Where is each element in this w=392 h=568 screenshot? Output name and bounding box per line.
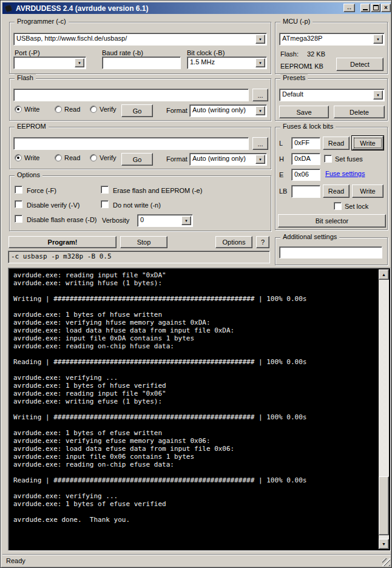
- stop-button[interactable]: Stop: [120, 236, 167, 248]
- scroll-down-icon[interactable]: ▼: [379, 539, 389, 549]
- eeprom-browse-button[interactable]: ...: [252, 137, 268, 150]
- resize-grip-icon[interactable]: [382, 558, 390, 566]
- additional-settings-legend: Additional settings: [280, 233, 339, 240]
- flash-verify-label: Verify: [100, 106, 117, 113]
- set-fuses-checkbox[interactable]: [324, 155, 332, 163]
- flash-group: Flash ... Write Read Verify Go Format Au…: [9, 78, 271, 121]
- preset-select[interactable]: Default ▼: [279, 89, 385, 101]
- flash-write-radio[interactable]: Write: [15, 106, 39, 113]
- help-button[interactable]: ?: [256, 236, 269, 248]
- detect-button[interactable]: Detect: [336, 58, 384, 71]
- read-fuses-button[interactable]: Read: [323, 137, 350, 150]
- chevron-down-icon[interactable]: ▼: [255, 106, 265, 115]
- fuse-e-label: E: [279, 171, 283, 178]
- presets-legend: Presets: [280, 74, 308, 81]
- maximize-button[interactable]: [371, 4, 380, 12]
- options-button[interactable]: Options: [215, 236, 252, 248]
- fuse-e-input[interactable]: 0x06: [291, 169, 320, 181]
- scroll-up-icon[interactable]: ▲: [379, 269, 389, 280]
- flash-format-select[interactable]: Auto (writing only) ▼: [189, 104, 267, 117]
- disable-flash-erase-checkbox[interactable]: [15, 215, 22, 223]
- lockbits-label: LB: [279, 188, 287, 195]
- chevron-down-icon[interactable]: ▼: [373, 35, 383, 44]
- flash-format-label: Format: [166, 107, 188, 114]
- port-label: Port (-P): [15, 49, 40, 56]
- additional-settings-group: Additional settings: [275, 237, 388, 265]
- status-text: Ready: [6, 557, 25, 564]
- programmer-selected: USBasp, http://www.fischl.de/usbasp/: [16, 35, 127, 42]
- disable-flash-erase-label: Disable flash erase (-D): [27, 216, 97, 223]
- flash-go-button[interactable]: Go: [121, 104, 153, 117]
- eeprom-write-radio[interactable]: Write: [15, 154, 39, 161]
- presets-group: Presets Default ▼ Save Delete: [275, 78, 388, 121]
- bitclock-select[interactable]: 1.5 MHz ▼: [187, 56, 267, 69]
- flash-legend: Flash: [15, 74, 36, 81]
- set-lock-checkbox[interactable]: [334, 202, 342, 210]
- console-scrollbar[interactable]: ▲ ▼: [379, 269, 389, 549]
- radio-selected-icon: [15, 106, 22, 113]
- set-fuses-label: Set fuses: [335, 155, 363, 163]
- mcu-flash-value: 32 KB: [307, 50, 325, 58]
- chevron-down-icon[interactable]: ▼: [255, 58, 265, 67]
- programmer-legend: Programmer (-c): [15, 18, 69, 25]
- save-preset-button[interactable]: Save: [279, 106, 329, 118]
- app-window: AVRDUDESS 2.4 (avrdude version 6.1) ↔ × …: [0, 0, 392, 568]
- radio-icon: [55, 106, 62, 113]
- close-button[interactable]: ×: [381, 4, 391, 12]
- chevron-down-icon[interactable]: ▼: [255, 35, 265, 44]
- chevron-down-icon[interactable]: ▼: [181, 216, 191, 225]
- resize-toggle-button[interactable]: ↔: [343, 4, 355, 12]
- baud-input[interactable]: [102, 56, 181, 69]
- app-icon: [4, 4, 13, 13]
- delete-preset-button[interactable]: Delete: [334, 106, 385, 118]
- fuse-l-input[interactable]: 0xFF: [291, 137, 320, 149]
- eeprom-format-select[interactable]: Auto (writing only) ▼: [189, 153, 267, 166]
- fuse-h-input[interactable]: 0xDA: [291, 153, 320, 165]
- write-fuses-button[interactable]: Write: [352, 136, 384, 150]
- maximize-icon: [373, 5, 379, 10]
- mcu-selected: ATmega328P: [282, 35, 322, 42]
- read-lock-button[interactable]: Read: [323, 184, 350, 198]
- fuse-settings-link[interactable]: Fuse settings: [325, 170, 365, 177]
- force-checkbox[interactable]: [15, 186, 22, 194]
- mcu-legend: MCU (-p): [280, 18, 313, 25]
- verbosity-select[interactable]: 0 ▼: [137, 214, 193, 227]
- programmer-select[interactable]: USBasp, http://www.fischl.de/usbasp/ ▼: [13, 33, 267, 46]
- fuses-legend: Fuses & lock bits: [280, 123, 336, 130]
- command-preview[interactable]: -c usbasp -p m328p -B 0.5: [8, 251, 270, 263]
- radio-icon: [90, 106, 97, 113]
- lockbits-input[interactable]: [291, 185, 320, 198]
- eeprom-file-input[interactable]: [13, 137, 249, 150]
- flash-browse-button[interactable]: ...: [252, 89, 268, 101]
- erase-flash-eeprom-checkbox[interactable]: [101, 186, 109, 194]
- force-label: Force (-F): [27, 187, 56, 194]
- disable-verify-checkbox[interactable]: [15, 200, 22, 208]
- chevron-down-icon[interactable]: ▼: [373, 90, 383, 100]
- flash-file-input[interactable]: [13, 89, 249, 101]
- bitclock-selected: 1.5 MHz: [190, 58, 215, 66]
- mcu-select[interactable]: ATmega328P ▼: [279, 33, 385, 46]
- write-lock-button[interactable]: Write: [352, 184, 384, 198]
- radio-selected-icon: [15, 154, 22, 161]
- program-button[interactable]: Program!: [8, 236, 117, 248]
- verbosity-label: Verbosity: [102, 217, 129, 224]
- chevron-down-icon[interactable]: ▼: [75, 58, 84, 67]
- flash-write-label: Write: [24, 106, 39, 113]
- eeprom-read-radio[interactable]: Read: [55, 154, 80, 161]
- bit-selector-button[interactable]: Bit selector: [278, 214, 386, 228]
- chevron-down-icon[interactable]: ▼: [255, 155, 265, 164]
- minimize-button[interactable]: [360, 4, 370, 12]
- eeprom-verify-radio[interactable]: Verify: [90, 154, 117, 161]
- flash-verify-radio[interactable]: Verify: [90, 106, 117, 113]
- do-not-write-label: Do not write (-n): [113, 201, 161, 209]
- eeprom-verify-label: Verify: [100, 154, 117, 161]
- do-not-write-checkbox[interactable]: [101, 200, 109, 208]
- fuses-group: Fuses & lock bits L 0xFF Read Write H 0x…: [275, 127, 388, 230]
- flash-read-label: Read: [64, 106, 80, 113]
- eeprom-go-button[interactable]: Go: [121, 153, 153, 166]
- mcu-eeprom-value: 1 KB: [309, 63, 323, 70]
- scroll-thumb[interactable]: [379, 476, 389, 535]
- additional-settings-input[interactable]: [279, 246, 382, 259]
- flash-read-radio[interactable]: Read: [55, 106, 80, 113]
- port-select[interactable]: ▼: [13, 56, 86, 69]
